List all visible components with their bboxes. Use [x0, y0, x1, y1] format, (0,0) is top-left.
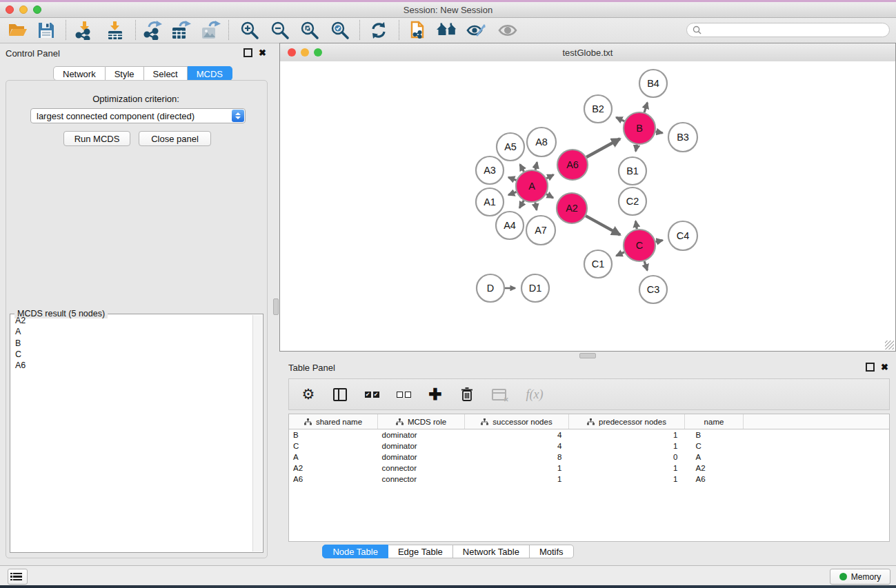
table-row[interactable]: Bdominator41B: [289, 429, 889, 441]
search-box[interactable]: [686, 23, 890, 37]
mcds-result-item[interactable]: A6: [11, 360, 253, 371]
table-tab-node-table[interactable]: Node Table: [322, 545, 388, 558]
graph-edge-A6-B[interactable]: [586, 139, 620, 157]
import-network-button[interactable]: [72, 19, 97, 41]
deselect-all-button[interactable]: [395, 386, 412, 403]
network-canvas[interactable]: B4B2BB3A8A5A6A3B1AA1C2A2A4A7C4CC1C3DD1: [280, 61, 895, 351]
table-cell[interactable]: connector: [378, 474, 465, 485]
table-cell[interactable]: C: [289, 440, 378, 452]
result-scrollbar[interactable]: [252, 315, 262, 551]
table-tab-edge-table[interactable]: Edge Table: [388, 545, 453, 558]
graph-edge-B-B1[interactable]: [636, 145, 637, 152]
table-cell[interactable]: 1: [569, 463, 685, 474]
graph-edge-A-A5[interactable]: [520, 165, 524, 172]
table-row[interactable]: Adominator80A: [289, 452, 889, 463]
function-builder-button[interactable]: f(x): [522, 386, 547, 403]
table-cell[interactable]: dominator: [378, 429, 465, 441]
graph-edge-C-C4[interactable]: [655, 241, 662, 242]
table-cell[interactable]: A2: [685, 463, 744, 474]
delete-columns-button[interactable]: [459, 386, 475, 403]
graph-edge-A2-C[interactable]: [586, 216, 620, 235]
network-graph[interactable]: B4B2BB3A8A5A6A3B1AA1C2A2A4A7C4CC1C3DD1: [280, 61, 895, 351]
resize-grip-icon[interactable]: [885, 341, 894, 349]
copy-network-view-button[interactable]: [406, 19, 431, 41]
graph-edge-A-A3[interactable]: [508, 177, 516, 180]
graph-edge-A-A4[interactable]: [519, 201, 524, 208]
table-cell[interactable]: 4: [465, 440, 569, 452]
show-columns-button[interactable]: [332, 386, 348, 403]
column-header-name[interactable]: name: [685, 414, 744, 429]
column-header-successor-nodes[interactable]: successor nodes: [465, 414, 569, 429]
table-cell[interactable]: dominator: [378, 452, 465, 463]
table-cell[interactable]: connector: [378, 463, 465, 474]
graph-edge-C-C1[interactable]: [616, 252, 624, 256]
table-settings-button[interactable]: ⚙: [300, 386, 317, 403]
control-tab-mcds[interactable]: MCDS: [188, 66, 232, 81]
close-panel-icon[interactable]: ✖: [259, 49, 266, 57]
graph-edge-B-B3[interactable]: [656, 132, 663, 133]
table-row[interactable]: A6connector11A6: [289, 474, 889, 485]
horizontal-splitter-handle[interactable]: [579, 353, 596, 358]
table-cell[interactable]: A: [289, 452, 378, 463]
memory-button[interactable]: Memory: [830, 569, 890, 585]
table-cell[interactable]: dominator: [378, 440, 465, 452]
graph-edge-C-C3[interactable]: [644, 261, 647, 270]
run-mcds-button[interactable]: Run MCDS: [63, 131, 130, 146]
graph-edge-A-A2[interactable]: [546, 194, 553, 198]
show-home-layout-button[interactable]: [435, 19, 459, 41]
mcds-result-item[interactable]: B: [11, 338, 253, 349]
show-graphics-details-button[interactable]: [495, 19, 520, 41]
column-header-shared-name[interactable]: shared name: [289, 414, 378, 429]
table-cell[interactable]: 1: [465, 474, 569, 485]
table-cell[interactable]: 4: [465, 429, 569, 441]
close-panel-button[interactable]: Close panel: [139, 131, 211, 146]
table-row[interactable]: A2connector11A2: [289, 463, 889, 474]
mcds-result-item[interactable]: A2: [11, 315, 253, 326]
search-input[interactable]: [705, 25, 884, 36]
graph-edge-A-A6[interactable]: [546, 174, 553, 178]
control-tab-select[interactable]: Select: [144, 66, 188, 81]
export-table-button[interactable]: [168, 19, 193, 41]
mcds-result-item[interactable]: C: [11, 349, 253, 360]
table-cell[interactable]: 1: [465, 463, 569, 474]
mcds-result-item[interactable]: A: [11, 326, 253, 337]
table-cell[interactable]: C: [685, 440, 744, 452]
graph-edge-A-A7[interactable]: [535, 203, 537, 210]
graph-edge-C-C2[interactable]: [636, 221, 637, 230]
import-table-button[interactable]: [103, 19, 128, 41]
graph-edge-A-A8[interactable]: [535, 162, 537, 170]
optimization-criterion-select[interactable]: largest connected component (directed): [30, 108, 246, 123]
graph-edge-A-A1[interactable]: [508, 192, 516, 195]
refresh-view-button[interactable]: [366, 19, 391, 41]
column-header-MCDS-role[interactable]: MCDS role: [378, 414, 465, 429]
table-cell[interactable]: 8: [465, 452, 569, 463]
select-all-button[interactable]: ✔✔: [364, 386, 380, 403]
table-row[interactable]: Cdominator41C: [289, 440, 889, 452]
zoom-selected-button[interactable]: [328, 19, 352, 41]
zoom-out-button[interactable]: [268, 19, 292, 41]
table-cell[interactable]: 1: [569, 474, 685, 485]
table-cell[interactable]: 1: [569, 429, 685, 441]
export-network-button[interactable]: [140, 19, 165, 41]
zoom-in-button[interactable]: [237, 19, 262, 41]
float-panel-icon[interactable]: [243, 48, 252, 57]
vertical-splitter-handle[interactable]: [273, 298, 279, 315]
zoom-fit-button[interactable]: [297, 19, 322, 41]
add-column-button[interactable]: ✚: [427, 386, 444, 403]
table-cell[interactable]: A6: [289, 474, 378, 485]
table-cell[interactable]: B: [289, 429, 378, 441]
table-cell[interactable]: A: [685, 452, 744, 463]
table-cell[interactable]: 0: [569, 452, 685, 463]
delete-table-button[interactable]: [490, 386, 507, 403]
task-history-button[interactable]: [8, 569, 28, 585]
table-cell[interactable]: A2: [289, 463, 378, 474]
table-tab-network-table[interactable]: Network Table: [453, 545, 530, 558]
control-tab-network[interactable]: Network: [53, 66, 106, 81]
column-header-predecessor-nodes[interactable]: predecessor nodes: [569, 414, 685, 429]
float-table-panel-icon[interactable]: [866, 363, 875, 372]
hide-graphics-details-button[interactable]: [464, 19, 489, 41]
table-cell[interactable]: B: [685, 429, 744, 441]
table-tab-motifs[interactable]: Motifs: [530, 545, 574, 558]
control-tab-style[interactable]: Style: [106, 66, 144, 81]
graph-edge-B-B4[interactable]: [644, 103, 647, 112]
